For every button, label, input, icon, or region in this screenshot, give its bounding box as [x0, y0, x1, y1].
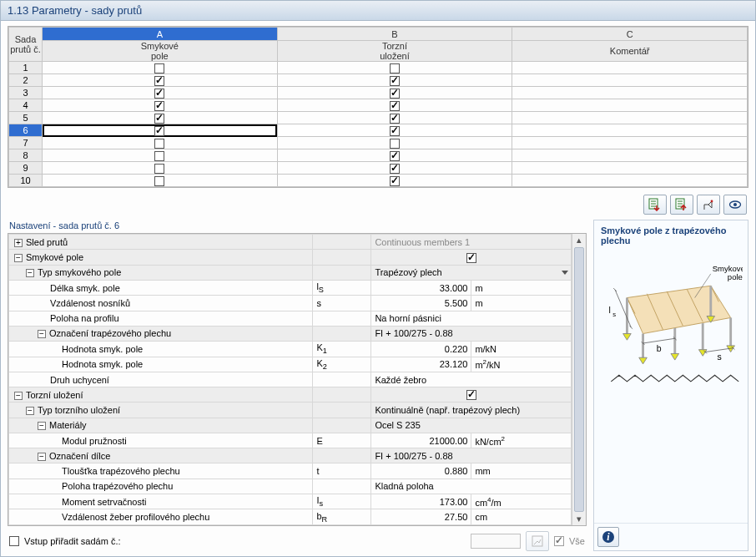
- prop-value[interactable]: 5.500: [371, 296, 471, 311]
- prop-row[interactable]: Poloha na profiluNa horní pásnici: [9, 311, 572, 326]
- cell-shear-panel[interactable]: [43, 74, 278, 87]
- tree-toggle-icon[interactable]: −: [14, 254, 23, 262]
- cell-comment[interactable]: [512, 149, 748, 162]
- table-row[interactable]: 5: [9, 112, 748, 124]
- col-header-b[interactable]: B: [277, 28, 512, 41]
- info-button[interactable]: i: [597, 527, 619, 547]
- table-row[interactable]: 4: [9, 99, 748, 112]
- cell-shear-panel[interactable]: [43, 175, 278, 187]
- cell-torsional[interactable]: [277, 175, 512, 187]
- cell-shear-panel[interactable]: [43, 112, 278, 124]
- export-to-excel-button[interactable]: [643, 195, 667, 215]
- prop-value[interactable]: 0.880: [371, 463, 471, 479]
- prop-value[interactable]: FI + 100/275 - 0.88: [371, 326, 572, 341]
- cell-torsional[interactable]: [277, 124, 512, 137]
- prop-row[interactable]: Délka smyk. polelS33.000m: [9, 280, 572, 295]
- prop-row[interactable]: Moment setrvačnostiIs173.00cm4/m: [9, 494, 572, 509]
- cell-shear-panel[interactable]: [43, 137, 278, 149]
- row-header[interactable]: 6: [9, 124, 43, 137]
- tree-toggle-icon[interactable]: +: [14, 239, 23, 247]
- tree-toggle-icon[interactable]: −: [38, 422, 46, 430]
- row-header[interactable]: 3: [9, 87, 43, 99]
- table-row[interactable]: 1: [9, 62, 748, 74]
- cell-comment[interactable]: [512, 137, 748, 149]
- member-sets-grid[interactable]: Sadaprutů č.ABCSmykovépoleTorzníuloženíK…: [8, 26, 748, 188]
- prop-value[interactable]: 0.220: [371, 342, 471, 357]
- cell-shear-panel[interactable]: [43, 162, 278, 175]
- cell-shear-panel[interactable]: [43, 149, 278, 162]
- col-header-c[interactable]: C: [512, 28, 748, 41]
- row-header[interactable]: 4: [9, 99, 43, 112]
- assign-all-checkbox[interactable]: [554, 536, 564, 546]
- table-row[interactable]: 3: [9, 87, 748, 99]
- prop-value[interactable]: Kladná poloha: [371, 479, 572, 494]
- prop-row[interactable]: −Typ torzního uloženíKontinuálně (např. …: [9, 403, 572, 418]
- prop-row[interactable]: Vzdálenost žeber profilového plechubR27.…: [9, 509, 572, 525]
- row-header[interactable]: 9: [9, 162, 43, 175]
- tree-toggle-icon[interactable]: −: [26, 269, 34, 277]
- prop-value[interactable]: Kontinuálně (např. trapézový plech): [371, 403, 572, 418]
- cell-shear-panel[interactable]: [43, 99, 278, 112]
- prop-value[interactable]: Každé žebro: [371, 372, 572, 387]
- prop-row[interactable]: −Smykové pole: [9, 250, 572, 265]
- cell-torsional[interactable]: [277, 162, 512, 175]
- prop-value[interactable]: FI + 100/275 - 0.88: [371, 448, 572, 463]
- properties-table[interactable]: +Sled prutůContinuous members 1−Smykové …: [8, 234, 572, 525]
- row-header[interactable]: 8: [9, 149, 43, 162]
- prop-row[interactable]: Hodnota smyk. poleK223.120m2/kN: [9, 357, 572, 372]
- cell-comment[interactable]: [512, 74, 748, 87]
- table-row[interactable]: 2: [9, 74, 748, 87]
- prop-row[interactable]: −Označení trapézového plechuFI + 100/275…: [9, 326, 572, 341]
- tree-toggle-icon[interactable]: −: [38, 453, 46, 461]
- prop-row[interactable]: +Sled prutůContinuous members 1: [9, 235, 572, 250]
- prop-checkbox-cell[interactable]: [371, 250, 572, 265]
- row-header[interactable]: 5: [9, 112, 43, 124]
- cell-comment[interactable]: [512, 112, 748, 124]
- prop-value[interactable]: Na horní pásnici: [371, 311, 572, 326]
- assign-pick-button[interactable]: [526, 531, 549, 551]
- row-header[interactable]: 10: [9, 175, 43, 187]
- tree-toggle-icon[interactable]: −: [38, 330, 46, 338]
- cell-comment[interactable]: [512, 124, 748, 137]
- assign-checkbox[interactable]: [9, 536, 19, 546]
- cell-comment[interactable]: [512, 99, 748, 112]
- prop-value[interactable]: 21000.00: [371, 433, 471, 448]
- prop-row[interactable]: −Typ smykového poleTrapézový plech: [9, 265, 572, 280]
- prop-value[interactable]: 27.50: [371, 509, 471, 525]
- row-header[interactable]: 2: [9, 74, 43, 87]
- assign-input[interactable]: [471, 534, 521, 549]
- view-button[interactable]: [723, 195, 747, 215]
- prop-value[interactable]: 173.00: [371, 494, 471, 509]
- prop-value[interactable]: Trapézový plech: [371, 265, 572, 280]
- cell-torsional[interactable]: [277, 112, 512, 124]
- cell-comment[interactable]: [512, 175, 748, 187]
- table-row[interactable]: 6: [9, 124, 748, 137]
- prop-row[interactable]: −Označení dílceFI + 100/275 - 0.88: [9, 448, 572, 463]
- tree-toggle-icon[interactable]: −: [14, 392, 23, 400]
- prop-value[interactable]: Ocel S 235: [371, 418, 572, 433]
- pick-button[interactable]: [697, 195, 720, 215]
- prop-row[interactable]: Poloha trapézového plechuKladná poloha: [9, 479, 572, 494]
- prop-value[interactable]: 33.000: [371, 280, 471, 295]
- cell-torsional[interactable]: [277, 62, 512, 74]
- prop-row[interactable]: Modul pružnostiE21000.00kN/cm2: [9, 433, 572, 448]
- cell-torsional[interactable]: [277, 74, 512, 87]
- prop-row[interactable]: −MateriályOcel S 235: [9, 418, 572, 433]
- prop-value[interactable]: 23.120: [371, 357, 471, 372]
- tree-toggle-icon[interactable]: −: [26, 407, 34, 415]
- cell-torsional[interactable]: [277, 149, 512, 162]
- properties-scrollbar[interactable]: ▴▾: [572, 234, 586, 525]
- prop-value[interactable]: Continuous members 1: [371, 235, 572, 250]
- prop-row[interactable]: −Torzní uložení: [9, 387, 572, 403]
- table-row[interactable]: 7: [9, 137, 748, 149]
- cell-shear-panel[interactable]: [43, 87, 278, 99]
- cell-comment[interactable]: [512, 162, 748, 175]
- cell-torsional[interactable]: [277, 137, 512, 149]
- prop-row[interactable]: Druh uchyceníKaždé žebro: [9, 372, 572, 387]
- cell-torsional[interactable]: [277, 99, 512, 112]
- cell-shear-panel[interactable]: [43, 62, 278, 74]
- cell-comment[interactable]: [512, 62, 748, 74]
- cell-torsional[interactable]: [277, 87, 512, 99]
- table-row[interactable]: 9: [9, 162, 748, 175]
- row-header[interactable]: 7: [9, 137, 43, 149]
